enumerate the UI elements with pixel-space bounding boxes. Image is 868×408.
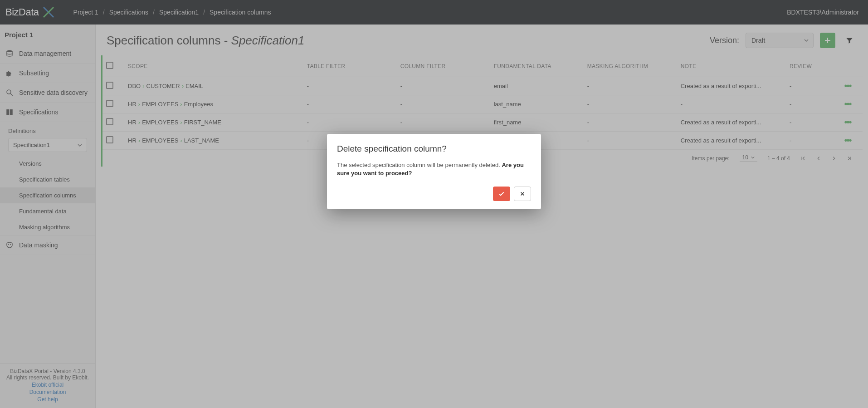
modal-overlay[interactable]: Delete specification column? The selecte… [0,0,868,408]
delete-confirm-modal: Delete specification column? The selecte… [327,134,541,209]
cancel-delete-button[interactable] [514,187,531,201]
confirm-delete-button[interactable] [493,187,510,201]
modal-text: The selected specification column will b… [337,161,531,177]
check-icon [498,190,505,197]
modal-title: Delete specification column? [337,144,531,154]
close-icon [519,191,526,197]
